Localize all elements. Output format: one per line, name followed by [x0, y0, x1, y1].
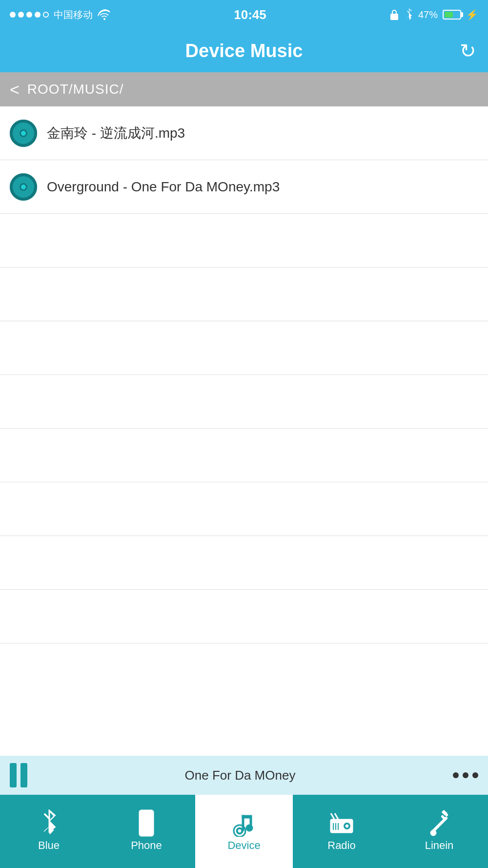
empty-row-3	[0, 321, 488, 375]
svg-rect-25	[444, 812, 448, 816]
back-button[interactable]: <	[10, 80, 20, 99]
bluetooth-icon	[405, 8, 413, 21]
battery-icon	[443, 10, 461, 20]
empty-row-4	[0, 375, 488, 429]
svg-point-13	[238, 829, 242, 833]
tab-blue-label: Blue	[38, 839, 60, 852]
more-dot-1	[453, 772, 459, 778]
pause-bar-left	[10, 763, 17, 787]
empty-row-6	[0, 482, 488, 536]
dot1	[10, 12, 16, 18]
empty-row-5	[0, 429, 488, 482]
now-playing-title: One For Da MOney	[27, 768, 453, 783]
svg-line-15	[331, 813, 334, 819]
bluetooth-tab-icon	[37, 811, 61, 835]
svg-rect-26	[441, 815, 445, 819]
cd-icon-2	[10, 173, 37, 201]
tab-bar: Blue Phone	[0, 795, 488, 868]
more-dot-3	[472, 772, 478, 778]
cd-icon-1	[10, 120, 37, 147]
empty-row-7	[0, 536, 488, 590]
phone-tab-icon	[134, 811, 159, 835]
tab-linein-label: Linein	[425, 839, 454, 852]
status-bar: 中国移动 10:45 47% ⚡	[0, 0, 488, 29]
tab-blue[interactable]: Blue	[0, 795, 98, 868]
pause-bar-right	[20, 763, 27, 787]
music-title-2: Overground - One For Da MOney.mp3	[47, 179, 280, 195]
empty-row-1	[0, 214, 488, 268]
tab-device-label: Device	[227, 839, 260, 852]
more-dot-2	[463, 772, 468, 778]
cd-inner-1	[21, 131, 26, 136]
refresh-button[interactable]: ↻	[460, 41, 476, 61]
radio-tab-icon	[329, 811, 354, 835]
empty-row-2	[0, 268, 488, 321]
breadcrumb: < ROOT/MUSIC/	[0, 72, 488, 106]
more-options-button[interactable]	[453, 772, 478, 778]
battery-fill	[445, 12, 453, 18]
pause-button[interactable]	[10, 763, 27, 787]
list-item[interactable]: Overground - One For Da MOney.mp3	[0, 160, 488, 214]
tab-phone-label: Phone	[131, 839, 162, 852]
tab-radio[interactable]: Radio	[293, 795, 390, 868]
svg-line-16	[335, 813, 338, 819]
now-playing-bar: One For Da MOney	[0, 756, 488, 795]
device-tab-icon	[232, 811, 256, 835]
cd-inner-2	[21, 185, 26, 189]
svg-rect-11	[250, 818, 252, 828]
wifi-icon	[98, 9, 111, 20]
main-content: Device Music ↻ < ROOT/MUSIC/ 金南玲 - 逆流成河.…	[0, 29, 488, 868]
lock-icon	[389, 8, 400, 21]
status-left: 中国移动	[10, 8, 111, 21]
tab-radio-label: Radio	[327, 839, 355, 852]
music-title-1: 金南玲 - 逆流成河.mp3	[47, 124, 185, 143]
dot5	[43, 12, 49, 18]
svg-rect-10	[242, 815, 252, 818]
svg-line-23	[432, 818, 446, 832]
svg-rect-0	[390, 14, 398, 20]
svg-point-21	[346, 825, 348, 827]
app-header: Device Music ↻	[0, 29, 488, 72]
empty-row-8	[0, 590, 488, 643]
dot2	[18, 12, 24, 18]
status-time: 10:45	[234, 7, 266, 22]
tab-phone[interactable]: Phone	[98, 795, 195, 868]
tab-device[interactable]: Device	[195, 795, 293, 868]
svg-point-24	[430, 830, 436, 836]
svg-point-4	[145, 829, 148, 832]
battery-percent: 47%	[418, 9, 438, 21]
list-item[interactable]: 金南玲 - 逆流成河.mp3	[0, 106, 488, 160]
carrier-label: 中国移动	[54, 8, 93, 21]
status-right: 47% ⚡	[389, 8, 478, 21]
page-title: Device Music	[185, 41, 303, 62]
dot3	[26, 12, 32, 18]
music-list: 金南玲 - 逆流成河.mp3 Overground - One For Da M…	[0, 106, 488, 756]
charging-icon: ⚡	[466, 9, 478, 21]
signal-dots	[10, 12, 49, 18]
dot4	[35, 12, 41, 18]
tab-linein[interactable]: Linein	[390, 795, 488, 868]
linein-tab-icon	[427, 811, 451, 835]
breadcrumb-path: ROOT/MUSIC/	[27, 82, 124, 97]
